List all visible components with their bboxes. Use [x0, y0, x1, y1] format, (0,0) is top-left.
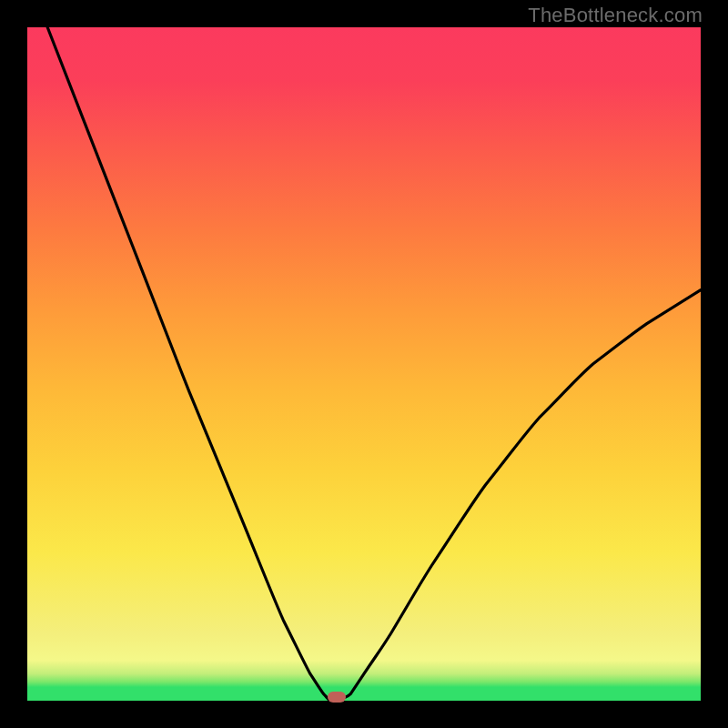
outer-frame: TheBottleneck.com	[0, 0, 728, 728]
curve-path	[47, 27, 701, 701]
plot-area	[27, 27, 701, 701]
bottleneck-curve	[27, 27, 701, 701]
watermark-text: TheBottleneck.com	[528, 4, 703, 27]
optimal-point-marker	[328, 692, 346, 703]
